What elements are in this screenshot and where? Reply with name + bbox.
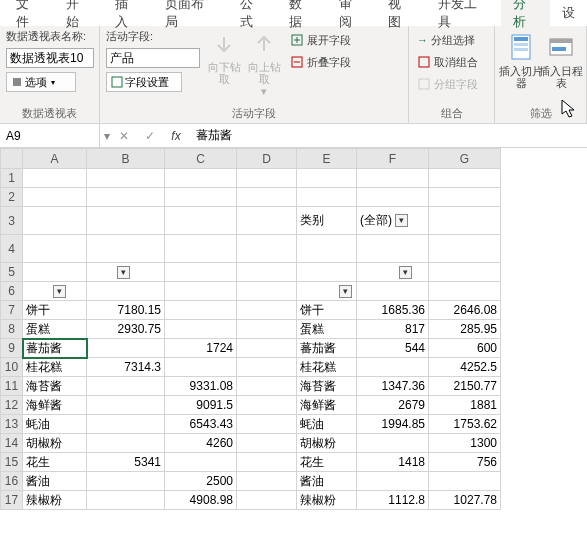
pivot2-row-10-v0[interactable]: 1112.8: [357, 491, 429, 510]
pivot1-row-6-v0[interactable]: [87, 415, 165, 434]
pivot1-row-10-v1[interactable]: 4908.98: [165, 491, 237, 510]
pivot2-row-2-v0[interactable]: 544: [357, 339, 429, 358]
pivot1-row-9-v1[interactable]: 2500: [165, 472, 237, 491]
pivot2-row-6-v0[interactable]: 1994.85: [357, 415, 429, 434]
cell-2-2[interactable]: [165, 188, 237, 207]
insert-timeline-button[interactable]: 插入日程表: [541, 29, 581, 104]
pivot1-row-6-label[interactable]: 蚝油: [23, 415, 87, 434]
pivot2-row-7-v0[interactable]: [357, 434, 429, 453]
pivot2-row-6-v1[interactable]: 1753.62: [429, 415, 501, 434]
dropdown-icon[interactable]: ▾: [395, 214, 408, 227]
pivot2-row-5-v0[interactable]: 2679: [357, 396, 429, 415]
pivot1-row-2-v1[interactable]: 1724: [165, 339, 237, 358]
name-box[interactable]: [0, 124, 100, 147]
pivot2-row-2-label[interactable]: 蕃茄酱: [297, 339, 357, 358]
pivot1-row-0-label[interactable]: 饼干: [23, 301, 87, 320]
cell-4-0[interactable]: [23, 235, 87, 263]
pivot2-rowhdr[interactable]: 行标签 ▾: [297, 282, 357, 301]
cancel-formula-icon[interactable]: ✕: [114, 129, 134, 143]
pivot1-row-7-v0[interactable]: [87, 434, 165, 453]
cell-4-2[interactable]: [165, 235, 237, 263]
cell-3-6[interactable]: [429, 207, 501, 235]
col-header-G[interactable]: G: [429, 149, 501, 169]
pivot2-row-7-v1[interactable]: 1300: [429, 434, 501, 453]
dropdown-icon[interactable]: ▾: [399, 266, 412, 279]
pivot2-row-4-v1[interactable]: 2150.77: [429, 377, 501, 396]
cell-2-6[interactable]: [429, 188, 501, 207]
pivot1-row-10-v0[interactable]: [87, 491, 165, 510]
pivot2-row-0-v1[interactable]: 2646.08: [429, 301, 501, 320]
pivot1-row-1-label[interactable]: 蛋糕: [23, 320, 87, 339]
accept-formula-icon[interactable]: ✓: [140, 129, 160, 143]
pivot2-row-5-v1[interactable]: 1881: [429, 396, 501, 415]
pivot1-row-8-v0[interactable]: 5341: [87, 453, 165, 472]
collapse-field-button[interactable]: 折叠字段: [288, 51, 353, 73]
pivot1-row-9-v0[interactable]: [87, 472, 165, 491]
pivot2-measure[interactable]: 求和项:销: [297, 263, 357, 282]
pivot2-row-7-label[interactable]: 胡椒粉: [297, 434, 357, 453]
ungroup-button[interactable]: 取消组合: [415, 51, 488, 73]
row-header-5[interactable]: 5: [1, 263, 23, 282]
pivot1-col-1[interactable]: 调味品: [165, 282, 237, 301]
pivot1-row-2-label[interactable]: 蕃茄酱: [23, 339, 87, 358]
cell-3-2[interactable]: [165, 207, 237, 235]
options-button[interactable]: 选项: [6, 72, 76, 92]
pivot2-row-3-v1[interactable]: 4252.5: [429, 358, 501, 377]
pivot2-row-10-label[interactable]: 辣椒粉: [297, 491, 357, 510]
cell-7-3[interactable]: [237, 301, 297, 320]
cell-11-3[interactable]: [237, 377, 297, 396]
pivot2-row-2-v1[interactable]: 600: [429, 339, 501, 358]
pivot2-row-9-v1[interactable]: [429, 472, 501, 491]
col-header-F[interactable]: F: [357, 149, 429, 169]
row-header-12[interactable]: 12: [1, 396, 23, 415]
cell-3-0[interactable]: [23, 207, 87, 235]
cell-17-3[interactable]: [237, 491, 297, 510]
cell-9-3[interactable]: [237, 339, 297, 358]
cell-14-3[interactable]: [237, 434, 297, 453]
pivot2-row-9-label[interactable]: 酱油: [297, 472, 357, 491]
spreadsheet-grid[interactable]: ABCDEFG123类别(全部) ▾45求和项:销类别 ▾求和项:销列标签 ▾6…: [0, 148, 587, 510]
cell-2-5[interactable]: [357, 188, 429, 207]
cell-1-2[interactable]: [165, 169, 237, 188]
pivot1-rowhdr[interactable]: 产品 ▾: [23, 282, 87, 301]
pivot2-row-1-label[interactable]: 蛋糕: [297, 320, 357, 339]
pivot1-row-3-label[interactable]: 桂花糕: [23, 358, 87, 377]
pivot2-row-3-v0[interactable]: [357, 358, 429, 377]
cell-3-3[interactable]: [237, 207, 297, 235]
row-header-6[interactable]: 6: [1, 282, 23, 301]
active-field-input[interactable]: [106, 48, 200, 68]
pivot1-row-7-label[interactable]: 胡椒粉: [23, 434, 87, 453]
pivot1-row-6-v1[interactable]: 6543.43: [165, 415, 237, 434]
row-header-11[interactable]: 11: [1, 377, 23, 396]
field-settings-button[interactable]: 字段设置: [106, 72, 182, 92]
pivot2-row-10-v1[interactable]: 1027.78: [429, 491, 501, 510]
pivot2-row-8-v0[interactable]: 1418: [357, 453, 429, 472]
expand-field-button[interactable]: 展开字段: [288, 29, 353, 51]
cell-10-3[interactable]: [237, 358, 297, 377]
dropdown-icon[interactable]: ▾: [117, 266, 130, 279]
pivot1-row-4-v0[interactable]: [87, 377, 165, 396]
pivot2-blank[interactable]: [429, 263, 501, 282]
pivot2-row-1-v0[interactable]: 817: [357, 320, 429, 339]
pivot-name-input[interactable]: [6, 48, 94, 68]
pivot1-row-0-v0[interactable]: 7180.15: [87, 301, 165, 320]
pivot2-row-6-label[interactable]: 蚝油: [297, 415, 357, 434]
col-header-B[interactable]: B: [87, 149, 165, 169]
pivot1-colhdr[interactable]: 类别 ▾: [87, 263, 165, 282]
pivot1-row-5-v0[interactable]: [87, 396, 165, 415]
pivot1-row-8-label[interactable]: 花生: [23, 453, 87, 472]
pivot1-col-0[interactable]: 点心: [87, 282, 165, 301]
cell-1-4[interactable]: [297, 169, 357, 188]
pivot2-row-9-v0[interactable]: [357, 472, 429, 491]
pivot1-row-8-v1[interactable]: [165, 453, 237, 472]
cell-2-3[interactable]: [237, 188, 297, 207]
pivot2-row-8-v1[interactable]: 756: [429, 453, 501, 472]
row-header-3[interactable]: 3: [1, 207, 23, 235]
row-header-14[interactable]: 14: [1, 434, 23, 453]
pivot2-colhdr[interactable]: 列标签 ▾: [357, 263, 429, 282]
cell-5-3[interactable]: [237, 263, 297, 282]
row-header-9[interactable]: 9: [1, 339, 23, 358]
pivot2-row-0-label[interactable]: 饼干: [297, 301, 357, 320]
pivot1-row-2-v0[interactable]: [87, 339, 165, 358]
pivot2-row-4-label[interactable]: 海苔酱: [297, 377, 357, 396]
